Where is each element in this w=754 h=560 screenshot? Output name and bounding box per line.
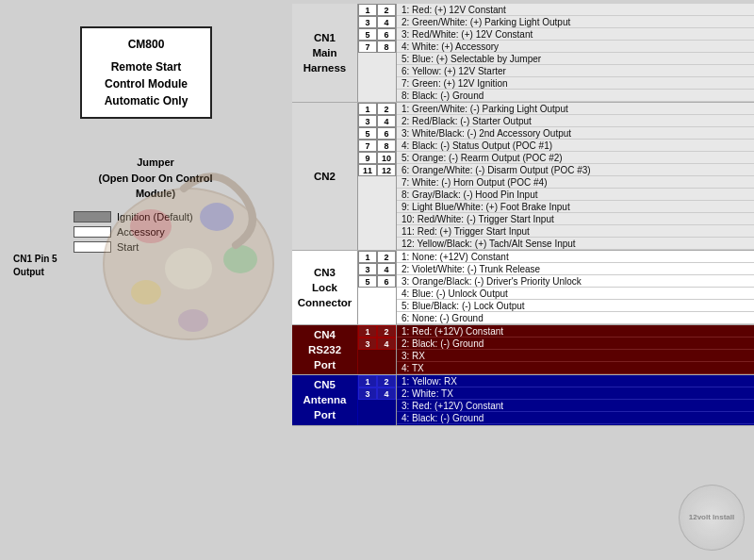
connector-table: CN1MainHarness 12 34 56 78 1: Red: (+) 1… <box>292 4 754 556</box>
cn3-label: CN3LockConnector <box>292 251 358 324</box>
subtitle2: Control Module <box>93 75 199 92</box>
subtitle1: Remote Start <box>93 58 199 75</box>
cn1-label: CN1MainHarness <box>292 4 358 102</box>
cn3-group: CN3LockConnector 12 34 56 1: None: (+12V… <box>292 251 754 325</box>
module-box: CM800 Remote Start Control Module Automa… <box>80 26 212 119</box>
cn2-descs: 1: Green/White: (-) Parking Light Output… <box>397 103 754 250</box>
cn2-pins: 12 34 56 78 910 1112 <box>358 103 397 250</box>
cn4-label: CN4RS232Port <box>292 325 358 374</box>
cn1-pin5-label: CN1 Pin 5 Output <box>13 253 57 279</box>
cn4-descs: 1: Red: (+12V) Constant 2: Black: (-) Gr… <box>397 325 754 374</box>
cn4-group: CN4RS232Port 12 34 1: Red: (+12V) Consta… <box>292 325 754 375</box>
svg-point-1 <box>130 209 172 243</box>
cn3-descs: 1: None: (+12V) Constant 2: Violet/White… <box>397 251 754 324</box>
page-wrapper: CM800 Remote Start Control Module Automa… <box>0 0 754 560</box>
cn3-pins: 12 34 56 <box>358 251 397 324</box>
right-panel: CN1MainHarness 12 34 56 78 1: Red: (+) 1… <box>292 0 754 560</box>
cn5-group: CN5AntennaPort 12 34 1: Yellow: RX 2: Wh… <box>292 375 754 425</box>
cn2-group: CN2 12 34 56 78 910 1112 1: Green/White:… <box>292 103 754 251</box>
svg-point-3 <box>223 245 257 273</box>
cn5-label: CN5AntennaPort <box>292 375 358 424</box>
left-panel: CM800 Remote Start Control Module Automa… <box>0 0 292 560</box>
cn1-pins: 12 34 56 78 <box>358 4 397 102</box>
cn5-pins: 12 34 <box>358 375 397 424</box>
svg-point-6 <box>165 248 212 289</box>
svg-point-5 <box>178 309 208 332</box>
palette-decoration <box>94 151 283 358</box>
cn4-pins: 12 34 <box>358 325 397 374</box>
cn1-descs: 1: Red: (+) 12V Constant 2: Green/White:… <box>397 4 754 102</box>
svg-point-2 <box>200 203 234 231</box>
svg-point-4 <box>131 280 161 305</box>
cn2-label: CN2 <box>292 103 358 250</box>
module-name: CM800 <box>93 36 199 53</box>
subtitle3: Automatic Only <box>93 92 199 109</box>
cn5-descs: 1: Yellow: RX 2: White: TX 3: Red: (+12V… <box>397 375 754 424</box>
watermark: 12volt Install <box>679 485 745 551</box>
cn1-group: CN1MainHarness 12 34 56 78 1: Red: (+) 1… <box>292 4 754 103</box>
